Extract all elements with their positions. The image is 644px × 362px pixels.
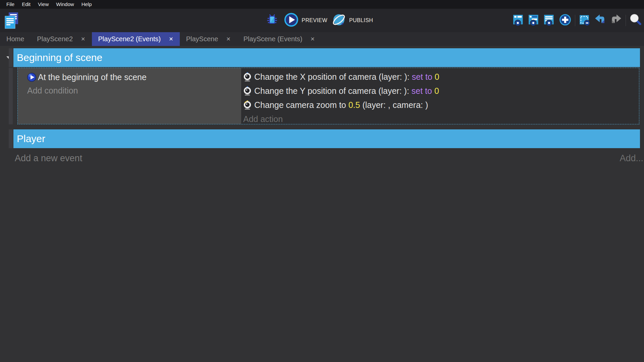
delete-selection-button[interactable] [577,13,593,28]
tab-label: PlayScene2 [37,35,73,43]
toolbar-separator [626,15,626,26]
toolbar-separator [575,15,575,26]
action-text: Change the X position of camera (layer: … [254,72,439,82]
events-sheet-logo-icon [3,12,19,31]
planet-icon [331,12,346,28]
play-icon [284,12,299,28]
tab-label: PlayScene (Events) [244,35,303,43]
menu-help[interactable]: Help [78,0,96,9]
tab-label: Home [6,35,24,43]
group-title: Beginning of scene [17,52,102,63]
action-row[interactable]: Change camera zoom to 0.5 (layer: , came… [243,98,636,112]
add-comment-button[interactable] [542,13,557,28]
action-text: Change the Y position of camera (layer: … [254,86,439,96]
add-circle-icon [558,13,572,28]
search-icon [629,13,642,28]
debug-button[interactable] [264,13,280,28]
camera-icon [243,72,252,82]
tab-home[interactable]: Home [0,32,31,46]
add-new-event-button[interactable]: Add a new event [15,153,82,164]
add-condition-button[interactable]: Add condition [27,84,238,97]
condition-text: At the beginning of the scene [38,72,147,82]
tab-bar: Home PlayScene2 ✕ PlayScene2 (Events) ✕ … [0,32,644,46]
group-header-player[interactable]: Player [13,129,640,148]
undo-button[interactable] [593,13,608,28]
tab-playscene2[interactable]: PlayScene2 ✕ [31,32,92,46]
bug-icon [266,13,278,27]
group-title: Player [17,133,45,144]
publish-label: PUBLISH [349,17,373,23]
tab-label: PlayScene2 (Events) [98,35,161,43]
selected-event[interactable]: At the beginning of the scene Add condit… [17,68,639,124]
condition-row[interactable]: At the beginning of the scene [27,70,238,84]
action-row[interactable]: Change the Y position of camera (layer: … [243,84,636,98]
search-button[interactable] [628,13,643,28]
tab-playscene2-events[interactable]: PlayScene2 (Events) ✕ [92,32,180,46]
event-drag-handle[interactable] [9,48,13,67]
conditions-column: At the beginning of the scene Add condit… [18,68,241,124]
event-drag-handle[interactable] [9,68,13,124]
tab-playscene-events[interactable]: PlayScene (Events) ✕ [237,32,321,46]
menu-edit[interactable]: Edit [18,0,34,9]
tab-label: PlayScene [186,35,218,43]
undo-icon [594,13,607,28]
publish-button[interactable]: PUBLISH [331,12,373,28]
redo-button[interactable] [608,13,624,28]
action-text: Change camera zoom to 0.5 (layer: , came… [254,100,428,110]
add-more-button[interactable]: Add... [620,153,643,164]
toolbar: PREVIEW PUBLISH [0,9,644,32]
tab-playscene[interactable]: PlayScene ✕ [180,32,237,46]
close-icon[interactable]: ✕ [169,36,173,42]
scene-play-orb-icon [27,73,36,82]
menu-view[interactable]: View [34,0,52,9]
actions-column: Change the X position of camera (layer: … [241,68,639,124]
action-row[interactable]: Change the X position of camera (layer: … [243,70,636,84]
camera-zoom-icon [243,100,252,110]
preview-label: PREVIEW [302,17,327,23]
add-event-icon [512,13,526,28]
add-event-button[interactable] [511,13,527,28]
redo-icon [609,13,623,28]
close-icon[interactable]: ✕ [310,36,315,42]
delete-selection-icon [578,13,592,28]
add-subevent-icon [528,13,541,28]
close-icon[interactable]: ✕ [81,36,85,42]
menu-bar: File Edit View Window Help [0,0,644,9]
add-subevent-button[interactable] [527,13,542,28]
menu-file[interactable]: File [3,0,18,9]
add-action-button[interactable]: Add action [243,112,636,126]
events-sheet: Beginning of scene At the beginning of t… [0,46,644,362]
menu-window[interactable]: Window [52,0,77,9]
group-header-beginning-of-scene[interactable]: Beginning of scene [13,48,640,67]
preview-button[interactable]: PREVIEW [284,12,327,28]
add-comment-icon [543,13,556,28]
close-icon[interactable]: ✕ [226,36,230,42]
camera-icon [243,86,252,96]
add-other-event-button[interactable] [557,13,573,28]
event-drag-handle[interactable] [9,129,13,148]
